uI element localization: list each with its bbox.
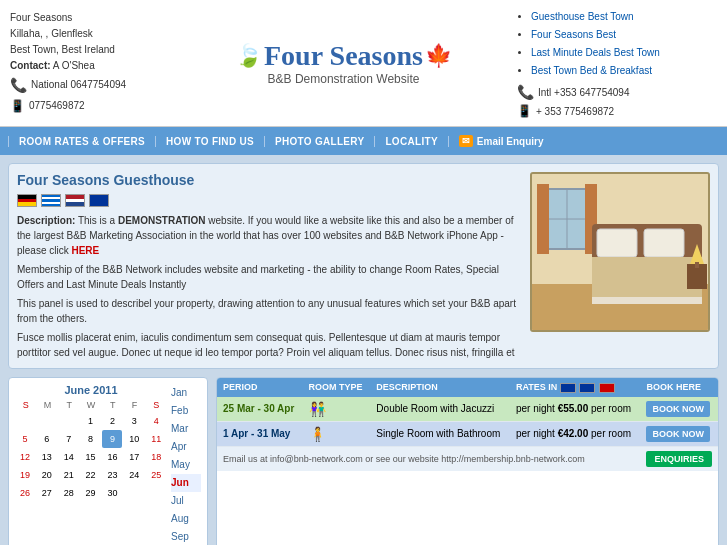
cal-day-10[interactable]: 10: [124, 430, 144, 448]
cal-day-26[interactable]: 26: [15, 484, 35, 502]
logo-leaves: 🍃 Four Seasons 🍁: [170, 40, 517, 72]
room-svg: [532, 174, 710, 332]
cal-day-11[interactable]: 11: [146, 430, 166, 448]
address-line2: Killaha, , Glenflesk: [10, 26, 170, 42]
cal-day-23[interactable]: 23: [102, 466, 122, 484]
cal-day-empty-2[interactable]: [37, 412, 57, 430]
cal-day-19[interactable]: 19: [15, 466, 35, 484]
cal-day-28[interactable]: 28: [59, 484, 79, 502]
day-header-w: W: [80, 400, 102, 410]
cal-day-empty-1[interactable]: [15, 412, 35, 430]
cal-day-6[interactable]: 6: [37, 430, 57, 448]
phone-row-1: 📞 National 0647754094: [10, 74, 170, 96]
contact-line: Contact: A O'Shea: [10, 58, 170, 74]
month-may[interactable]: May: [171, 456, 201, 474]
desc-paragraph-4: Fusce mollis placerat enim, iaculis cond…: [17, 330, 522, 360]
desc-bold-label: Description:: [17, 215, 75, 226]
cal-day-12[interactable]: 12: [15, 448, 35, 466]
flag-us-small: [599, 383, 615, 393]
book-now-button-0[interactable]: BOOK NOW: [646, 401, 710, 417]
month-jan[interactable]: Jan: [171, 384, 201, 402]
table-row: 1 Apr - 31 May 🧍 Single Room with Bathro…: [217, 421, 718, 446]
cal-day-29[interactable]: 29: [81, 484, 101, 502]
cal-day-17[interactable]: 17: [124, 448, 144, 466]
day-header-s2: S: [145, 400, 167, 410]
month-feb[interactable]: Feb: [171, 402, 201, 420]
right-phone-row-1: 📞 Intl +353 647754094: [517, 84, 717, 100]
cal-day-9[interactable]: 9: [102, 430, 122, 448]
cal-day-2[interactable]: 2: [102, 412, 122, 430]
rate-amount-1: €42.00: [558, 428, 589, 439]
rate-cell-0: per night €55.00 per room: [510, 397, 641, 422]
book-cell-1: BOOK NOW: [640, 421, 718, 446]
guesthouse-title: Four Seasons Guesthouse: [17, 172, 522, 188]
nav-item-0[interactable]: Room Rates & Offers: [8, 136, 156, 147]
cal-day-21[interactable]: 21: [59, 466, 79, 484]
cal-day-22[interactable]: 22: [81, 466, 101, 484]
desc-demo-word: DEMONSTRATION: [118, 215, 206, 226]
nav: Room Rates & Offers How to Find Us Photo…: [0, 127, 727, 155]
book-now-button-1[interactable]: BOOK NOW: [646, 426, 710, 442]
right-phone-number-1: Intl +353 647754094: [538, 87, 629, 98]
right-link-3[interactable]: Best Town Bed & Breakfast: [531, 62, 717, 80]
address-line3: Best Town, Best Ireland: [10, 42, 170, 58]
footer-email-text: Email us at info@bnb-network.com or see …: [223, 454, 585, 464]
month-jun[interactable]: Jun: [171, 474, 201, 492]
cal-day-14[interactable]: 14: [59, 448, 79, 466]
cal-day-3[interactable]: 3: [124, 412, 144, 430]
phone-icon-1: 📞: [10, 74, 27, 96]
col-description: Description: [370, 378, 510, 397]
month-sep[interactable]: Sep: [171, 528, 201, 545]
cal-day-4[interactable]: 4: [146, 412, 166, 430]
nav-item-3[interactable]: Locality: [375, 136, 448, 147]
cal-day-24[interactable]: 24: [124, 466, 144, 484]
header-center: 🍃 Four Seasons 🍁 B&B Demonstration Websi…: [170, 40, 517, 86]
cal-day-5[interactable]: 5: [15, 430, 35, 448]
calendar-days-header: S M T W T F S: [15, 400, 167, 410]
flag-uk: [89, 194, 109, 207]
book-cell-0: BOOK NOW: [640, 397, 718, 422]
right-link-0[interactable]: Guesthouse Best Town: [531, 8, 717, 26]
cal-day-7[interactable]: 7: [59, 430, 79, 448]
cal-day-18[interactable]: 18: [146, 448, 166, 466]
right-link-1[interactable]: Four Seasons Best: [531, 26, 717, 44]
month-mar[interactable]: Mar: [171, 420, 201, 438]
cal-day-1[interactable]: 1: [81, 412, 101, 430]
cal-day-13[interactable]: 13: [37, 448, 57, 466]
rates-panel: Period Room Type Description Rates In Bo…: [216, 377, 719, 545]
enquiries-button[interactable]: ENQUIRIES: [646, 451, 712, 467]
cal-day-16[interactable]: 16: [102, 448, 122, 466]
flag-uk-small: [560, 383, 576, 393]
phone-row-2: 📱 0775469872: [10, 97, 170, 116]
cal-day-27[interactable]: 27: [37, 484, 57, 502]
month-jul[interactable]: Jul: [171, 492, 201, 510]
col-rates-in: Rates In: [510, 378, 641, 397]
cal-day-8[interactable]: 8: [81, 430, 101, 448]
nav-item-1[interactable]: How to Find Us: [156, 136, 265, 147]
day-header-t2: T: [102, 400, 124, 410]
month-aug[interactable]: Aug: [171, 510, 201, 528]
rate-label-0: per night: [516, 403, 555, 414]
svg-rect-10: [597, 229, 637, 257]
cal-day-20[interactable]: 20: [37, 466, 57, 484]
here-link[interactable]: HERE: [71, 245, 99, 256]
rates-tbody: 25 Mar - 30 Apr 👫 Double Room with Jacuz…: [217, 397, 718, 447]
svg-rect-15: [695, 262, 699, 268]
cal-day-25[interactable]: 25: [146, 466, 166, 484]
rates-footer: Email us at info@bnb-network.com or see …: [217, 447, 718, 471]
right-phone-number-2: + 353 775469872: [536, 106, 614, 117]
nav-item-email[interactable]: ✉ Email Enquiry: [449, 135, 554, 147]
description-text: Description: This is a DEMONSTRATION web…: [17, 213, 522, 360]
nav-item-2[interactable]: Photo Gallery: [265, 136, 375, 147]
cal-week-2: 5 6 7 8 9 10 11: [15, 430, 167, 448]
flag-row: [17, 194, 522, 207]
cal-day-15[interactable]: 15: [81, 448, 101, 466]
logo-subtitle: B&B Demonstration Website: [170, 72, 517, 86]
right-link-2[interactable]: Last Minute Deals Best Town: [531, 44, 717, 62]
right-phone-icon-2: 📱: [517, 104, 532, 118]
phone-number-1: National 0647754094: [31, 77, 126, 93]
cal-day-empty-3[interactable]: [59, 412, 79, 430]
person-icon-single: 🧍: [309, 426, 326, 442]
month-apr[interactable]: Apr: [171, 438, 201, 456]
cal-day-30[interactable]: 30: [102, 484, 122, 502]
